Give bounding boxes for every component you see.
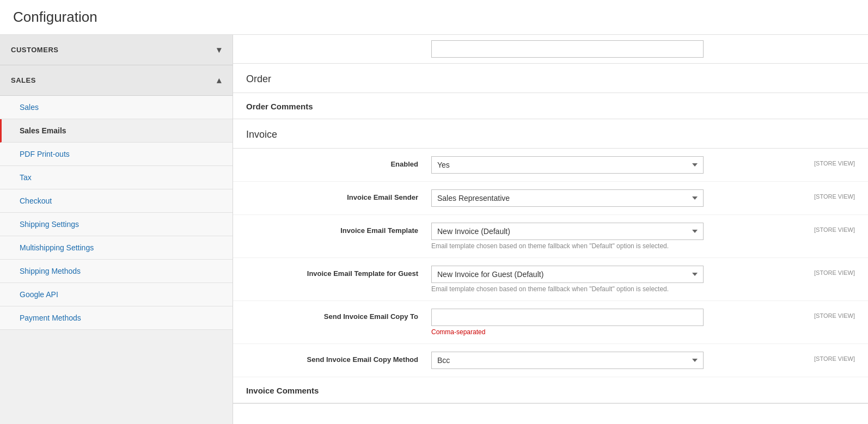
store-view-badge-send-invoice-copy-method: [STORE VIEW] [814, 352, 855, 362]
field-row-invoice-email-template: Invoice Email TemplateNew Invoice (Defau… [233, 215, 868, 258]
sidebar-item-shipping-settings[interactable]: Shipping Settings [0, 213, 233, 236]
sidebar-item-checkout[interactable]: Checkout [0, 189, 233, 213]
sidebar-section-sales[interactable]: SALES ▴ [0, 65, 233, 96]
sidebar-section-customers-label: CUSTOMERS [11, 46, 59, 54]
section-invoice-comments-title: Invoice Comments [233, 377, 868, 403]
select-send-invoice-copy-method[interactable]: BccSeparate Email [431, 352, 704, 369]
input-send-invoice-copy-to[interactable] [431, 309, 704, 326]
field-label-invoice-email-template: Invoice Email Template [246, 223, 431, 235]
field-label-send-invoice-copy-to: Send Invoice Email Copy To [246, 309, 431, 321]
field-row-invoice-email-sender: Invoice Email SenderSales Representative… [233, 182, 868, 215]
field-label-invoice-enabled: Enabled [246, 156, 431, 168]
sidebar: CUSTOMERS ▾ SALES ▴ SalesSales EmailsPDF… [0, 35, 233, 424]
top-partial-row [233, 35, 868, 64]
section-invoice-title: Invoice [233, 119, 868, 149]
select-invoice-email-template[interactable]: New Invoice (Default) [431, 223, 704, 240]
main-content: Order Order Comments Invoice EnabledYesN… [233, 35, 868, 424]
sidebar-item-sales-emails[interactable]: Sales Emails [0, 119, 233, 143]
sidebar-item-tax[interactable]: Tax [0, 166, 233, 189]
store-view-badge-invoice-email-template: [STORE VIEW] [814, 223, 855, 233]
field-row-invoice-enabled: EnabledYesNo[STORE VIEW] [233, 149, 868, 182]
top-partial-input[interactable] [431, 40, 704, 58]
store-view-badge-invoice-email-template-guest: [STORE VIEW] [814, 266, 855, 276]
sidebar-item-sales[interactable]: Sales [0, 96, 233, 119]
field-label-invoice-email-sender: Invoice Email Sender [246, 189, 431, 201]
field-note-invoice-email-template: Email template chosen based on theme fal… [431, 242, 805, 250]
select-invoice-email-sender[interactable]: Sales RepresentativeGeneral ContactSales… [431, 189, 704, 207]
field-note-send-invoice-copy-to: Comma-separated [431, 328, 805, 336]
sidebar-item-google-api[interactable]: Google API [0, 283, 233, 306]
field-row-invoice-email-template-guest: Invoice Email Template for GuestNew Invo… [233, 258, 868, 301]
field-label-send-invoice-copy-method: Send Invoice Email Copy Method [246, 352, 431, 364]
subsection-order-comments-title: Order Comments [233, 93, 868, 119]
page-title: Configuration [0, 0, 868, 35]
field-row-send-invoice-copy-to: Send Invoice Email Copy ToComma-separate… [233, 301, 868, 344]
sidebar-item-multishipping-settings[interactable]: Multishipping Settings [0, 236, 233, 260]
sidebar-section-sales-label: SALES [11, 76, 36, 84]
top-partial-label [246, 48, 431, 50]
sidebar-section-customers[interactable]: CUSTOMERS ▾ [0, 35, 233, 65]
store-view-badge-invoice-enabled: [STORE VIEW] [814, 156, 855, 167]
field-row-send-invoice-copy-method: Send Invoice Email Copy MethodBccSeparat… [233, 344, 868, 377]
select-invoice-email-template-guest[interactable]: New Invoice for Guest (Default) [431, 266, 704, 283]
sidebar-item-shipping-methods[interactable]: Shipping Methods [0, 260, 233, 283]
sidebar-item-payment-methods[interactable]: Payment Methods [0, 306, 233, 330]
sidebar-item-pdf-printouts[interactable]: PDF Print-outs [0, 143, 233, 166]
field-label-invoice-email-template-guest: Invoice Email Template for Guest [246, 266, 431, 278]
invoice-comments-divider [233, 403, 868, 404]
select-invoice-enabled[interactable]: YesNo [431, 156, 704, 174]
store-view-badge-send-invoice-copy-to: [STORE VIEW] [814, 309, 855, 319]
field-note-invoice-email-template-guest: Email template chosen based on theme fal… [431, 285, 805, 293]
chevron-up-icon: ▴ [217, 75, 222, 85]
section-order-title: Order [233, 64, 868, 93]
invoice-fields: EnabledYesNo[STORE VIEW]Invoice Email Se… [233, 149, 868, 377]
chevron-down-icon: ▾ [217, 45, 222, 55]
store-view-badge-invoice-email-sender: [STORE VIEW] [814, 189, 855, 200]
top-partial-input-area [431, 40, 855, 58]
sidebar-sales-items: SalesSales EmailsPDF Print-outsTaxChecko… [0, 96, 233, 330]
